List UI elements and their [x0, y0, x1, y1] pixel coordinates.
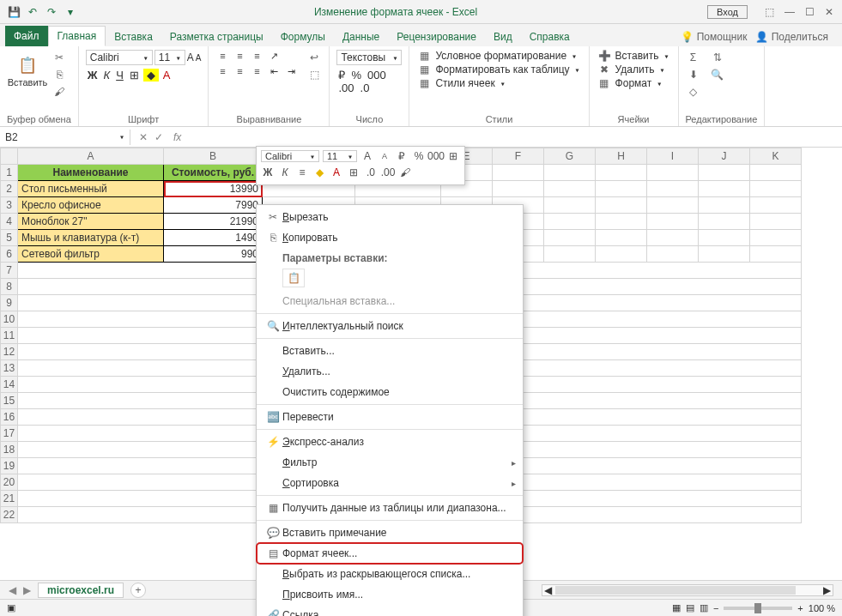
align-top-icon[interactable]: ≡: [215, 50, 229, 62]
cell[interactable]: 990: [164, 246, 263, 263]
cell[interactable]: Наименование: [18, 165, 164, 181]
currency-icon[interactable]: ₽: [395, 149, 409, 163]
cell-selected[interactable]: 13990: [164, 181, 263, 197]
cancel-formula-icon[interactable]: ✕: [139, 131, 148, 143]
borders-icon[interactable]: ⊞: [446, 149, 460, 163]
tab-data[interactable]: Данные: [334, 27, 388, 46]
fill-color-button[interactable]: ◆: [143, 69, 159, 82]
copy-icon[interactable]: ⎘: [51, 67, 67, 82]
cell[interactable]: [544, 230, 596, 246]
row-header[interactable]: 1: [1, 165, 18, 181]
cell[interactable]: [647, 230, 699, 246]
ctx-link[interactable]: 🔗Ссылка: [257, 605, 523, 616]
sheet-nav-prev[interactable]: ◀: [9, 584, 16, 596]
cell[interactable]: [647, 197, 699, 214]
tab-layout[interactable]: Разметка страницы: [161, 27, 272, 46]
login-button[interactable]: Вход: [707, 5, 748, 19]
col-header[interactable]: J: [699, 148, 750, 165]
close-icon[interactable]: ✕: [825, 6, 833, 18]
clear-icon[interactable]: ◇: [686, 84, 701, 100]
cell[interactable]: [699, 197, 750, 214]
fx-icon[interactable]: fx: [170, 131, 185, 143]
maximize-icon[interactable]: ☐: [805, 6, 815, 18]
cell[interactable]: [750, 246, 802, 263]
row-header[interactable]: 6: [1, 246, 18, 263]
align-mid-icon[interactable]: ≡: [233, 50, 246, 62]
cell[interactable]: [699, 230, 750, 246]
ctx-sort[interactable]: Сортировка: [257, 473, 523, 493]
save-icon[interactable]: 💾: [5, 3, 22, 21]
cell[interactable]: Мышь и клавиатура (к-т): [18, 230, 164, 246]
percent-icon[interactable]: %: [412, 149, 426, 163]
sort-filter-icon[interactable]: ⇅: [710, 50, 725, 65]
ctx-translate[interactable]: 🔤Перевести: [257, 407, 523, 427]
view-break-icon[interactable]: ▥: [700, 602, 708, 613]
cell[interactable]: [699, 165, 750, 181]
name-box[interactable]: B2▾: [0, 130, 130, 145]
cell[interactable]: Стоимость, руб.: [164, 165, 263, 181]
accept-formula-icon[interactable]: ✓: [154, 131, 163, 143]
cell[interactable]: 7990: [164, 197, 263, 214]
col-header[interactable]: G: [544, 148, 596, 165]
row-header[interactable]: 17: [1, 426, 18, 442]
zoom-out-icon[interactable]: −: [713, 603, 718, 613]
align-left-icon[interactable]: ≡: [215, 65, 229, 77]
ctx-insert[interactable]: Вставить...: [257, 341, 523, 361]
row-header[interactable]: 2: [1, 181, 18, 197]
shrink-font-icon[interactable]: A: [196, 53, 202, 63]
ctx-define-name[interactable]: Присвоить имя...: [257, 584, 523, 605]
ctx-smart-lookup[interactable]: 🔍Интеллектуальный поиск: [257, 316, 523, 336]
scroll-left-icon[interactable]: ◀: [542, 584, 554, 596]
cell[interactable]: [647, 214, 699, 230]
fill-color-icon[interactable]: ◆: [312, 166, 326, 179]
row-header[interactable]: 4: [1, 214, 18, 230]
ctx-cut[interactable]: ✂Вырезать: [257, 207, 523, 227]
tab-help[interactable]: Справка: [521, 27, 578, 46]
insert-cells[interactable]: ➕Вставить▾: [597, 50, 671, 62]
indent-dec-icon[interactable]: ⇤: [267, 65, 281, 77]
align-center-icon[interactable]: ≡: [233, 65, 246, 77]
comma-icon[interactable]: 000: [429, 149, 443, 163]
cell[interactable]: 1490: [164, 230, 263, 246]
cell[interactable]: [493, 165, 544, 181]
cell[interactable]: [699, 181, 750, 197]
col-header[interactable]: B: [164, 148, 263, 165]
grow-font-icon[interactable]: A: [187, 51, 194, 63]
italic-button[interactable]: К: [278, 166, 292, 179]
cell[interactable]: [596, 230, 647, 246]
row-header[interactable]: 15: [1, 393, 18, 409]
bold-button[interactable]: Ж: [261, 166, 275, 179]
row-header[interactable]: 9: [1, 295, 18, 311]
cell[interactable]: [699, 246, 750, 263]
delete-cells[interactable]: ✖Удалить▾: [597, 63, 671, 75]
row-header[interactable]: 7: [1, 263, 18, 279]
zoom-in-icon[interactable]: +: [797, 603, 803, 613]
inc-decimal-icon[interactable]: .00: [336, 82, 355, 94]
format-painter-icon[interactable]: 🖌: [51, 84, 67, 100]
ctx-quick-analysis[interactable]: ⚡Экспресс-анализ: [257, 432, 523, 452]
align-right-icon[interactable]: ≡: [250, 65, 264, 77]
cell[interactable]: [750, 181, 802, 197]
cell[interactable]: [596, 246, 647, 263]
cell[interactable]: [647, 246, 699, 263]
cell[interactable]: [750, 214, 802, 230]
select-all[interactable]: [1, 148, 18, 165]
view-normal-icon[interactable]: ▦: [672, 602, 681, 613]
cell[interactable]: [544, 181, 596, 197]
cell[interactable]: [493, 181, 544, 197]
tab-formulas[interactable]: Формулы: [272, 27, 334, 46]
indent-inc-icon[interactable]: ⇥: [284, 65, 298, 77]
cell[interactable]: [544, 246, 596, 263]
col-header[interactable]: H: [596, 148, 647, 165]
ribbon-options-icon[interactable]: ⬚: [765, 6, 774, 18]
merge-icon[interactable]: ⬚: [306, 67, 322, 82]
cell[interactable]: [699, 214, 750, 230]
cell[interactable]: [647, 165, 699, 181]
cell[interactable]: [750, 230, 802, 246]
font-color-button[interactable]: A: [161, 69, 173, 82]
row-header[interactable]: 22: [1, 507, 18, 523]
cell[interactable]: [750, 197, 802, 214]
cell[interactable]: [647, 181, 699, 197]
cell[interactable]: 21990: [164, 214, 263, 230]
cell[interactable]: Кресло офисное: [18, 197, 164, 214]
